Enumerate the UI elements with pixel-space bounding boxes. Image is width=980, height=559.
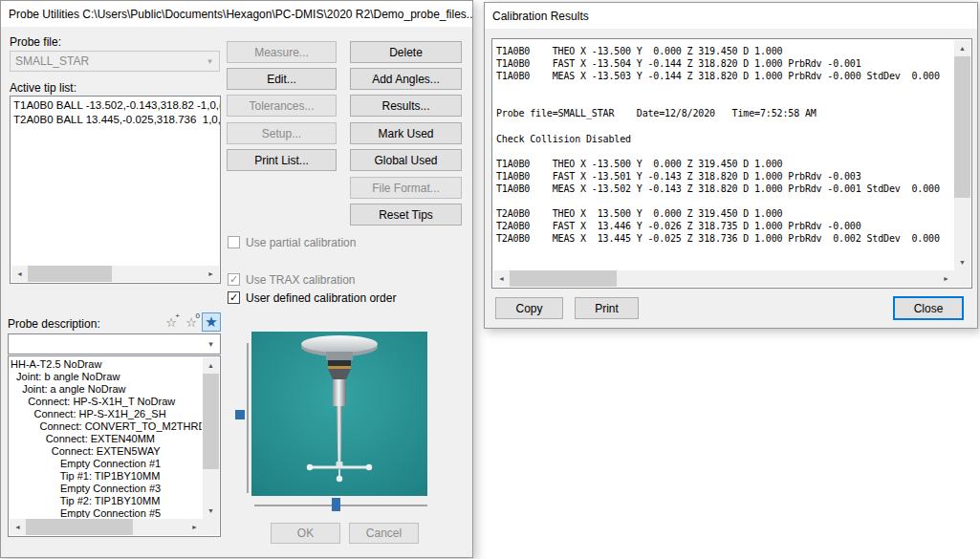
probe-description-label: Probe description: — [8, 317, 100, 331]
print-button[interactable]: Print — [575, 297, 639, 319]
tree-item[interactable]: Connect: HP-S-X1H_T NoDraw — [11, 396, 202, 408]
tree-item[interactable]: Tip #1: TIP1BY10MM — [11, 470, 202, 483]
window-title: Calibration Results — [492, 10, 589, 23]
tip-list-item[interactable]: T1A0B0 BALL -13.502,-0.143,318.82 -1,0,( — [11, 98, 220, 113]
scroll-right-icon[interactable]: ► — [186, 519, 203, 535]
tree-item[interactable]: Empty Connection #5 — [11, 507, 202, 518]
plus-badge-icon: + — [175, 312, 180, 320]
close-button[interactable]: Close — [893, 296, 964, 320]
vertical-slider-track[interactable] — [247, 343, 249, 493]
tree-item[interactable]: Connect: EXTEN5WAY — [11, 445, 202, 458]
tree-item[interactable]: Joint: a angle NoDraw — [11, 383, 202, 396]
result-line — [496, 95, 952, 107]
results-button[interactable]: Results... — [350, 95, 462, 117]
calibration-results-titlebar[interactable]: Calibration Results — [485, 3, 977, 29]
tip-list-item[interactable]: T2A0B0 BALL 13.445,-0.025,318.736 1,0,( — [11, 113, 220, 127]
delete-button[interactable]: Delete — [350, 41, 462, 63]
result-line: T1A0B0 THEO X -13.500 Y 0.000 Z 319.450 … — [496, 158, 952, 170]
result-line: Probe file=SMALL_STAR Date=12/8/2020 Tim… — [496, 107, 952, 119]
probe-file-label: Probe file: — [10, 35, 61, 49]
global-used-button[interactable]: Global Used — [350, 149, 462, 171]
scroll-up-icon[interactable]: ▲ — [203, 357, 219, 374]
horizontal-slider-track[interactable] — [254, 505, 427, 506]
use-trax-calibration-checkbox: ✓ Use TRAX calibration — [228, 272, 356, 287]
tolerances-button: Tolerances... — [227, 95, 337, 117]
print-list-button[interactable]: Print List... — [227, 149, 337, 171]
description-vscrollbar[interactable]: ▲ ▼ — [203, 357, 219, 519]
probe-description-combobox[interactable]: ▾ — [8, 333, 221, 355]
setup-button: Setup... — [227, 122, 337, 144]
scroll-down-icon[interactable]: ▼ — [203, 503, 219, 519]
tree-item[interactable]: Tip #2: TIP1BY10MM — [11, 495, 202, 507]
scrollbar-thumb[interactable] — [954, 56, 970, 198]
checkbox-box[interactable]: ✓ — [228, 291, 240, 304]
file-format-button: File Format... — [350, 177, 462, 199]
checkbox-label: User defined calibration order — [246, 291, 396, 305]
reset-tips-button[interactable]: Reset Tips — [350, 204, 462, 226]
ok-button: OK — [271, 523, 340, 544]
result-line — [496, 195, 952, 207]
probe-utilities-titlebar[interactable]: Probe Utilities C:\Users\Public\Document… — [1, 1, 472, 27]
scrollbar-corner — [954, 270, 970, 287]
scrollbar-thumb[interactable] — [510, 270, 617, 287]
result-line: T1A0B0 MEAS X -13.503 Y -0.144 Z 318.820… — [496, 70, 952, 82]
scroll-right-icon[interactable]: ► — [938, 270, 954, 287]
window-title: Probe Utilities C:\Users\Public\Document… — [9, 8, 472, 21]
zero-badge-icon: 0 — [196, 312, 200, 320]
tree-item[interactable]: Connect: HP-S-X1H_26_SH — [11, 408, 202, 420]
mark-used-button[interactable]: Mark Used — [350, 122, 462, 144]
scrollbar-thumb[interactable] — [203, 374, 219, 469]
result-line: T1A0B0 FAST X -13.504 Y -0.144 Z 318.820… — [496, 57, 952, 70]
result-line: T2A0B0 THEO X 13.500 Y 0.000 Z 319.450 D… — [496, 207, 952, 220]
probe-utilities-window: Probe Utilities C:\Users\Public\Document… — [0, 0, 473, 558]
scroll-left-icon[interactable]: ◄ — [11, 266, 28, 282]
checkbox-box — [228, 236, 240, 248]
results-hscrollbar[interactable]: ◄ ► — [493, 270, 954, 287]
tree-item[interactable]: Connect: CONVERT_TO_M2THRD — [11, 420, 202, 433]
scroll-up-icon[interactable]: ▲ — [954, 40, 970, 56]
star-active-button[interactable]: ★ — [202, 312, 221, 332]
active-tip-list[interactable]: T1A0B0 BALL -13.502,-0.143,318.82 -1,0,(… — [10, 96, 221, 284]
tree-item[interactable]: Joint: b angle NoDraw — [11, 371, 202, 383]
scrollbar-thumb[interactable] — [28, 266, 112, 282]
checkbox-label: Use partial calibration — [246, 236, 356, 249]
active-tip-list-label: Active tip list: — [10, 81, 76, 95]
chevron-down-icon[interactable]: ▾ — [202, 334, 220, 354]
scroll-down-icon[interactable]: ▼ — [954, 254, 970, 270]
probe-description-list[interactable]: HH-A-T2.5 NoDraw Joint: b angle NoDraw J… — [8, 355, 221, 537]
tip-list-hscrollbar[interactable]: ◄ ► — [11, 266, 219, 282]
tree-item[interactable]: Empty Connection #1 — [11, 458, 202, 470]
tree-item[interactable]: Connect: EXTEN40MM — [11, 433, 202, 445]
scrollbar-thumb[interactable] — [26, 519, 133, 535]
checkbox-label: Use TRAX calibration — [246, 273, 356, 287]
calibration-results-textbox[interactable]: T1A0B0 THEO X -13.500 Y 0.000 Z 319.450 … — [491, 38, 972, 289]
result-line — [496, 145, 952, 158]
tree-item[interactable]: HH-A-T2.5 NoDraw — [11, 358, 202, 371]
check-icon: ✓ — [229, 292, 238, 303]
add-angles-button[interactable]: Add Angles... — [350, 68, 462, 90]
results-vscrollbar[interactable]: ▲ ▼ — [954, 40, 970, 270]
description-hscrollbar[interactable]: ◄ ► — [10, 519, 203, 535]
result-line: T1A0B0 MEAS X -13.502 Y -0.143 Z 318.820… — [496, 183, 952, 195]
probe-file-value: SMALL_STAR — [15, 54, 89, 68]
scrollbar-corner — [203, 519, 219, 535]
vertical-slider-thumb[interactable] — [235, 410, 245, 419]
copy-button[interactable]: Copy — [495, 297, 563, 319]
star-zero-angles-button[interactable]: ☆ 0 — [182, 312, 201, 332]
use-partial-calibration-checkbox: Use partial calibration — [228, 235, 356, 249]
probe-description-tree: HH-A-T2.5 NoDraw Joint: b angle NoDraw J… — [11, 358, 202, 518]
star-add-tip-button[interactable]: ☆ + — [162, 312, 181, 332]
scroll-left-icon[interactable]: ◄ — [493, 270, 510, 287]
user-defined-calibration-order-checkbox[interactable]: ✓ User defined calibration order — [228, 290, 396, 305]
calibration-results-window: Calibration Results T1A0B0 THEO X -13.50… — [484, 2, 978, 329]
checkbox-box: ✓ — [228, 273, 240, 286]
scroll-right-icon[interactable]: ► — [203, 266, 219, 282]
star-filled-icon: ★ — [205, 313, 217, 331]
edit-button[interactable]: Edit... — [227, 68, 337, 90]
result-line — [496, 120, 952, 133]
horizontal-slider-thumb[interactable] — [332, 498, 340, 511]
chevron-down-icon: ▾ — [201, 52, 219, 71]
scroll-left-icon[interactable]: ◄ — [10, 519, 26, 535]
calibration-results-text: T1A0B0 THEO X -13.500 Y 0.000 Z 319.450 … — [496, 45, 952, 269]
tree-item[interactable]: Empty Connection #3 — [11, 483, 202, 495]
